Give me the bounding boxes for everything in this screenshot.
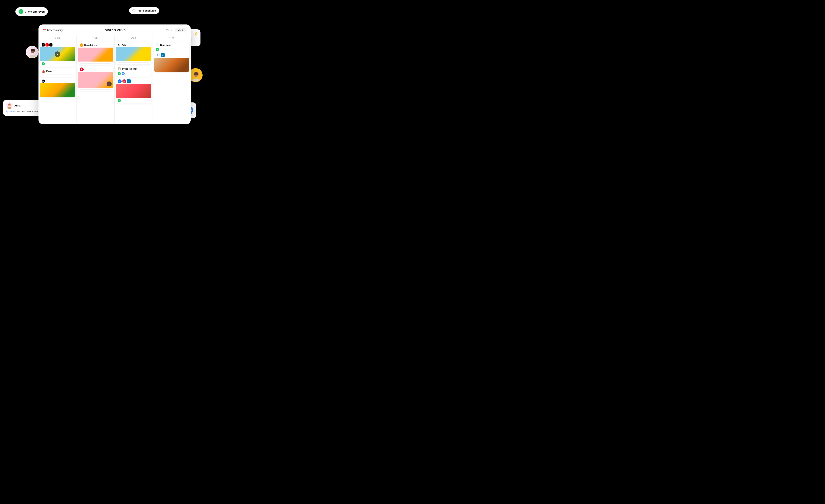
press-release-icon: 📋 bbox=[118, 67, 121, 70]
post-scheduled-text: Post scheduled bbox=[137, 9, 156, 12]
tuesday-content: ✉ Newsletters P 🔗 bbox=[77, 40, 115, 123]
pinterest-icon: P bbox=[80, 68, 84, 71]
comment-text: @Mark is this post good to go? bbox=[6, 110, 39, 113]
facebook-icon: f bbox=[118, 79, 122, 83]
social-video-card[interactable]: ✕ ▶ ♪ ▶ ✓ bbox=[40, 42, 75, 67]
bottles-check: ✓ bbox=[118, 99, 121, 102]
event-icon: 🎪 bbox=[42, 70, 45, 73]
ads-title: Ads bbox=[122, 44, 126, 46]
wednesday-content: 🏷 Ads 📋 Press Release ✓ 🕐 bbox=[115, 40, 153, 123]
pr-clock: 🕐 bbox=[122, 72, 125, 75]
linkedin2-icon: in bbox=[161, 53, 165, 57]
event-title: Event bbox=[46, 70, 52, 73]
event-card[interactable]: 🎪 Event bbox=[40, 68, 75, 77]
view-toggle: Week Month bbox=[164, 28, 186, 32]
calendar-grid: MON ✕ ▶ ♪ ▶ ✓ bbox=[39, 35, 191, 123]
blog-post-card[interactable]: 📄 Blog post ✓ G in bbox=[154, 42, 190, 72]
comment-avatar bbox=[6, 102, 13, 109]
blog-title: Blog post bbox=[160, 44, 171, 46]
campaign-selector[interactable]: 📅 New campaign ⌃⌄ bbox=[43, 28, 66, 32]
pr-check: ✓ bbox=[118, 72, 121, 75]
avatar-man bbox=[189, 68, 203, 82]
press-release-title: Press Release bbox=[122, 68, 138, 70]
tuesday-column: TUE ✉ Newsletters P bbox=[77, 35, 115, 123]
chevron-icon: ⌃⌄ bbox=[65, 28, 66, 32]
orange-hand-wrapper: 🔗 bbox=[78, 72, 113, 88]
calendar-header: 📅 New campaign ⌃⌄ March 2025 Week Month bbox=[39, 24, 191, 35]
calendar-title: March 2025 bbox=[69, 28, 161, 32]
wednesday-header: WED bbox=[115, 35, 153, 40]
link-icon: 🔗 bbox=[107, 81, 111, 86]
ads-card[interactable]: 🏷 Ads bbox=[116, 42, 151, 64]
card-image-wrapper: ▶ bbox=[40, 47, 75, 61]
newsletters-title: Newsletters bbox=[84, 44, 97, 47]
threads-icon: @ bbox=[42, 80, 45, 83]
threads-card[interactable]: @ bbox=[40, 78, 75, 97]
calendar-panel: 📅 New campaign ⌃⌄ March 2025 Week Month … bbox=[39, 24, 191, 124]
mail-icon: ✉ bbox=[80, 44, 83, 47]
campaign-icon: 📅 bbox=[43, 28, 46, 32]
week-view-button[interactable]: Week bbox=[164, 28, 174, 32]
check-icon: ✓ bbox=[18, 9, 23, 14]
linkedin-icon: in bbox=[127, 79, 131, 83]
monday-header: MON bbox=[39, 35, 76, 40]
blog-check: ✓ bbox=[156, 48, 159, 51]
wednesday-column: WED 🏷 Ads 📋 Press Release bbox=[115, 35, 153, 123]
monday-content: ✕ ▶ ♪ ▶ ✓ 🎪 Event bbox=[39, 40, 76, 123]
comment-mention: @Mark bbox=[6, 110, 14, 113]
grapefruit-image bbox=[116, 47, 151, 61]
play-button[interactable]: ▶ bbox=[55, 52, 60, 57]
instagram-icon: ◎ bbox=[122, 79, 126, 83]
monday-column: MON ✕ ▶ ♪ ▶ ✓ bbox=[39, 35, 77, 123]
client-approved-badge: ✓ Client approved bbox=[15, 7, 48, 16]
x-icon: ✕ bbox=[42, 44, 45, 47]
blog-icon: 📄 bbox=[156, 44, 159, 47]
social-bottles-card[interactable]: f ◎ in ✓ bbox=[116, 78, 151, 103]
clock-icon: 🕐 bbox=[132, 9, 135, 12]
comment-name: Anna bbox=[14, 104, 20, 107]
newsletters-card[interactable]: ✉ Newsletters bbox=[78, 42, 113, 65]
month-view-button[interactable]: Month bbox=[175, 28, 186, 32]
thursday-column: THU 📄 Blog post ✓ G in bbox=[153, 35, 191, 123]
thursday-header: THU bbox=[153, 35, 191, 40]
comment-bubble: Anna @Mark is this post good to go? bbox=[3, 100, 42, 116]
client-approved-text: Client approved bbox=[25, 10, 45, 13]
approved-check: ✓ bbox=[42, 62, 45, 65]
youtube-icon: ▶ bbox=[46, 44, 49, 47]
figs-image bbox=[154, 58, 190, 72]
bottles-image bbox=[116, 84, 151, 98]
press-release-card[interactable]: 📋 Press Release ✓ 🕐 bbox=[116, 66, 151, 77]
pinterest-card[interactable]: P 🔗 bbox=[78, 66, 113, 91]
bolt-icon: ⚡ bbox=[193, 32, 198, 36]
campaign-name: New campaign bbox=[47, 29, 64, 31]
ads-icon: 🏷 bbox=[118, 44, 121, 47]
google-icon: G bbox=[156, 53, 160, 57]
pineapple-image bbox=[40, 83, 75, 97]
tuesday-header: TUE bbox=[77, 35, 115, 40]
avatar-woman bbox=[26, 46, 39, 58]
tiktok-icon: ♪ bbox=[49, 44, 53, 47]
thursday-content: 📄 Blog post ✓ G in bbox=[153, 40, 191, 123]
post-scheduled-badge: 🕐 Post scheduled bbox=[129, 7, 159, 14]
dried-fruit-image bbox=[78, 48, 113, 62]
